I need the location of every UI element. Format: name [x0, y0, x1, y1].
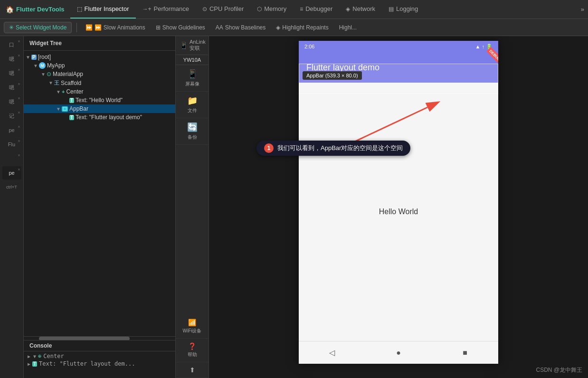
guidelines-icon: ⊞: [156, 24, 161, 31]
anlink-wifi-button[interactable]: 📶 WiFi设备: [176, 315, 209, 339]
close-icon-6[interactable]: ×: [18, 110, 20, 115]
appbar-tooltip: AppBar (539.3 × 80.0): [303, 71, 362, 80]
left-sidebar: 口 × 嗯 × 嗯 × 嗯 × 嗯 × 记 × pe × Flu ×: [0, 36, 24, 378]
annotation-text: 我们可以看到，AppBar对应的空间是这个空间: [277, 144, 403, 152]
close-icon-7[interactable]: ×: [18, 124, 20, 129]
sidebar-icon-4: 嗯: [9, 84, 14, 91]
tree-item-materialapp[interactable]: ▼ ⊙ MaterialApp: [24, 70, 175, 78]
highlight-repaints-button[interactable]: ◈ Highlight Repaints: [272, 22, 332, 33]
icon-materialapp: ⊙: [47, 71, 51, 77]
phone-frame: 2:06 ▲ ↑ 🔋 Flutter layout demo DEBUG App…: [299, 41, 498, 364]
tree-item-appbar[interactable]: ▼ ☐ AppBar: [24, 104, 175, 113]
label-materialapp: MaterialApp: [53, 71, 83, 77]
sidebar-item-4[interactable]: 嗯 ×: [2, 81, 21, 94]
sidebar-item-2[interactable]: 嗯 ×: [2, 52, 21, 66]
tree-container[interactable]: ▼ P [root] ▼ M MyApp ▼ ⊙ MaterialApp: [24, 51, 175, 336]
baselines-icon: AA: [216, 24, 223, 31]
arrow-materialapp: ▼: [41, 72, 47, 77]
arrow-appbar: ▼: [56, 106, 62, 112]
sidebar-icon-7: pe: [9, 127, 14, 133]
sidebar-icon-8: Flu: [8, 142, 15, 147]
close-icon-2[interactable]: ×: [18, 53, 20, 58]
icon-scaffold: 王: [54, 79, 59, 86]
highlight-more-button[interactable]: Highl...: [335, 22, 360, 33]
devtools-icon: 🏠: [6, 6, 14, 13]
slow-animations-button[interactable]: ⏩ ⏩ Slow Animations: [82, 22, 149, 33]
console-arrow-1: ▶ ▼: [28, 354, 36, 359]
show-baselines-button[interactable]: AA Show Baselines: [212, 22, 269, 33]
annotation-number: 1: [264, 143, 274, 153]
label-text-flutter: Text: "Flutter layout demo": [76, 114, 142, 121]
close-icon-5[interactable]: ×: [18, 96, 20, 101]
tree-item-center[interactable]: ▼ + Center: [24, 87, 175, 96]
slow-anim-icon: ⏩: [85, 24, 93, 31]
tree-item-myapp[interactable]: ▼ M MyApp: [24, 61, 175, 70]
nav-more-button[interactable]: »: [577, 6, 588, 13]
sidebar-item-7[interactable]: pe ×: [2, 123, 21, 137]
guidelines-label: Show Guidelines: [162, 24, 205, 31]
csdn-watermark: CSDN @龙中舞王: [536, 366, 582, 374]
anlink-tool-backup[interactable]: 🔄 备份: [176, 118, 209, 145]
console-panel: Console ▶ ▼ ⊕ Center ▶ T Text: "Flutter …: [24, 340, 175, 378]
tree-item-text-hello[interactable]: T Text: "Hello World": [24, 96, 175, 104]
tree-item-scaffold[interactable]: ▼ 王 Scaffold: [24, 78, 175, 87]
label-appbar: AppBar: [69, 105, 88, 112]
baselines-label: Show Baselines: [225, 24, 266, 31]
label-scaffold: Scaffold: [61, 80, 81, 86]
tree-item-text-flutter[interactable]: T Text: "Flutter layout demo": [24, 113, 175, 122]
brand-label: Flutter DevTools: [16, 6, 65, 13]
sidebar-item-9[interactable]: ×: [2, 152, 21, 165]
close-icon-10[interactable]: ×: [18, 167, 20, 172]
phone-preview-area: 1 我们可以看到，AppBar对应的空间是这个空间 2:06 ▲ ↑ 🔋 Flu…: [209, 36, 588, 378]
sidebar-item-8[interactable]: Flu ×: [2, 138, 21, 151]
backup-label: 备份: [188, 134, 197, 141]
wifi-label: WiFi设备: [183, 328, 202, 334]
close-icon-4[interactable]: ×: [18, 82, 20, 86]
show-guidelines-button[interactable]: ⊞ Show Guidelines: [152, 22, 209, 33]
main-content: 口 × 嗯 × 嗯 × 嗯 × 嗯 × 记 × pe × Flu ×: [0, 36, 588, 378]
tab-cpu-profiler[interactable]: ⊙ CPU Profiler: [196, 0, 250, 19]
phone-status-bar: 2:06 ▲ ↑ 🔋: [299, 41, 498, 52]
arrow-center: ▼: [56, 89, 62, 94]
nav-brand[interactable]: 🏠 Flutter DevTools: [0, 6, 70, 13]
close-icon-1[interactable]: ×: [18, 39, 20, 44]
phone-nav-bar: ◁ ● ■: [299, 341, 498, 364]
tab-network[interactable]: ◈ Network: [339, 0, 382, 19]
anlink-tool-file[interactable]: 📁 文件: [176, 92, 209, 118]
close-icon-3[interactable]: ×: [18, 67, 20, 72]
sidebar-icon-11: ctrl+T: [6, 185, 17, 189]
wifi-icon: 📶: [188, 319, 196, 326]
sidebar-item-11[interactable]: ctrl+T: [2, 180, 21, 194]
anlink-tool-screen[interactable]: 📱 屏幕像: [176, 65, 209, 92]
anlink-help-button[interactable]: ❓ 帮助: [176, 339, 209, 362]
sidebar-item-5[interactable]: 嗯 ×: [2, 95, 21, 108]
select-widget-label: Select Widget Mode: [16, 24, 66, 31]
backup-icon: 🔄: [187, 122, 198, 132]
sidebar-item-1[interactable]: 口 ×: [2, 38, 21, 51]
widget-tree-header: Widget Tree: [24, 36, 175, 51]
label-myapp: MyApp: [47, 62, 65, 69]
icon-text-flutter: T: [69, 115, 74, 120]
tab-logging[interactable]: ▤ Logging: [382, 0, 425, 19]
top-nav-bar: 🏠 Flutter DevTools ⬚ Flutter Inspector →…: [0, 0, 588, 19]
anlink-extra-button[interactable]: ⬆: [176, 362, 209, 378]
nav-home-button[interactable]: ●: [393, 347, 404, 359]
nav-back-button[interactable]: ◁: [326, 347, 338, 359]
nav-recents-button[interactable]: ■: [459, 347, 471, 359]
tab-memory[interactable]: ⬡ Memory: [250, 0, 293, 19]
tab-debugger[interactable]: ≡ Debugger: [293, 0, 339, 19]
anlink-header: 📱 AnLink 安联: [176, 36, 209, 55]
label-center: Center: [66, 88, 83, 95]
close-icon-8[interactable]: ×: [18, 139, 20, 143]
tab-performance[interactable]: →+ Performance: [136, 0, 196, 19]
sidebar-item-6[interactable]: 记 ×: [2, 109, 21, 123]
tab-flutter-inspector[interactable]: ⬚ Flutter Inspector: [70, 0, 136, 19]
sidebar-item-3[interactable]: 嗯 ×: [2, 66, 21, 80]
tab-performance-label: Performance: [154, 5, 189, 12]
tree-scrollbar[interactable]: [24, 336, 175, 340]
select-widget-mode-button[interactable]: ✳ Select Widget Mode: [4, 22, 72, 33]
sidebar-item-10[interactable]: pe ×: [2, 166, 21, 180]
close-icon-9[interactable]: ×: [18, 153, 20, 158]
tree-item-root[interactable]: ▼ P [root]: [24, 53, 175, 61]
phone-body-text: Hello World: [379, 208, 418, 216]
